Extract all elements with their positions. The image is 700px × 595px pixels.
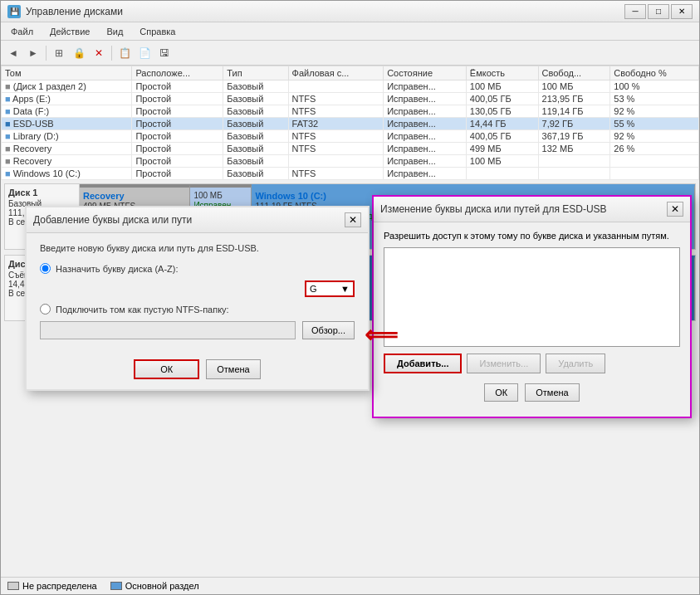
dialog-add-buttons: ОК Отмена [27, 353, 368, 389]
toolbar-btn3[interactable]: ✕ [90, 44, 108, 62]
radio-ntfs-label: Подключить том как пустую NTFS-папку: [56, 305, 229, 315]
cell-tom: ■ (Диск 1 раздел 2) [2, 80, 132, 93]
red-arrow-indicator: ⟸ [365, 321, 398, 349]
table-row[interactable]: ■ Library (D:) Простой Базовый NTFS Испр… [2, 130, 699, 143]
col-fs: Файловая с... [288, 66, 384, 80]
table-row[interactable]: ■ Data (F:) Простой Базовый NTFS Исправе… [2, 105, 699, 118]
col-state: Состояние [384, 66, 467, 80]
cell-tom: ■ ESD-USB [2, 118, 132, 130]
cell-size: 100 МБ [466, 80, 538, 93]
minimize-button[interactable]: ─ [624, 4, 646, 19]
menu-view[interactable]: Вид [100, 25, 130, 38]
title-bar: 💾 Управление дисками ─ □ ✕ [1, 1, 699, 22]
cell-rasp: Простой [132, 80, 223, 93]
dialog-add-desc: Введите новую букву диска или путь для E… [40, 243, 355, 253]
table-row[interactable]: ■ Apps (E:) Простой Базовый NTFS Исправе… [2, 93, 699, 105]
cell-tom: ■ Recovery [2, 143, 132, 155]
dialog-change-drive: Изменение буквы диска или путей для ESD-… [372, 195, 692, 418]
radio-row-letter: Назначить букву диска (A-Z): [40, 263, 355, 274]
cell-tom: ■ Windows 10 (C:) [2, 168, 132, 180]
legend-primary: Основной раздел [110, 581, 199, 591]
legend-unalloc: Не распределена [7, 581, 97, 591]
dialog-add-cancel-button[interactable]: Отмена [206, 359, 260, 379]
table-row[interactable]: ■ Recovery Простой Базовый Исправен... 1… [2, 155, 699, 168]
menu-bar: Файл Действие Вид Справка [1, 22, 699, 41]
dialog-change-body: Разрешить доступ к этому тому по букве д… [374, 222, 690, 417]
dialog-change-title: Изменение буквы диска или путей для ESD-… [380, 203, 607, 215]
legend-label-unalloc: Не распределена [22, 581, 97, 591]
toolbar-back[interactable]: ◄ [4, 44, 22, 62]
cell-tom: ■ Data (F:) [2, 105, 132, 118]
drive-path-list[interactable] [384, 247, 680, 347]
toolbar-btn4[interactable]: 📋 [115, 44, 134, 62]
toolbar-separator-1 [46, 46, 47, 61]
col-type: Тип [223, 66, 288, 80]
dialog-add-close-button[interactable]: ✕ [345, 212, 361, 227]
dialog-change-add-button[interactable]: Добавить... [384, 354, 462, 373]
dialog-add-body: Введите новую букву диска или путь для E… [27, 233, 368, 353]
p1-name: Recovery [83, 191, 186, 201]
dialog-add-ok-button[interactable]: ОК [134, 359, 199, 379]
app-icon: 💾 [7, 5, 21, 18]
drive-letter-value: G [310, 284, 317, 294]
dialog-change-change-button[interactable]: Изменить... [467, 354, 541, 373]
col-tom: Том [2, 66, 132, 80]
dialog-change-delete-button[interactable]: Удалить [546, 354, 605, 373]
browse-button[interactable]: Обзор... [302, 321, 355, 339]
title-bar-buttons: ─ □ ✕ [624, 4, 693, 19]
cell-state: Исправен... [384, 80, 467, 93]
toolbar-btn1[interactable]: ⊞ [50, 44, 68, 62]
menu-file[interactable]: Файл [4, 25, 40, 38]
legend-color-unalloc [7, 582, 19, 590]
dialog-add-title: Добавление буквы диска или пути [33, 214, 192, 226]
col-freepct: Свободно % [610, 66, 699, 80]
dialog-change-title-bar: Изменение буквы диска или путей для ESD-… [374, 197, 690, 222]
radio-row-ntfs: Подключить том как пустую NTFS-папку: [40, 304, 355, 315]
toolbar-separator-2 [111, 46, 112, 61]
radio-assign-letter[interactable] [40, 263, 51, 274]
p2-size: 100 МБ [193, 191, 247, 200]
toolbar-btn6[interactable]: 🖫 [155, 44, 174, 62]
cell-freepct: 100 % [610, 80, 699, 93]
disk1-title: Диск 1 [8, 188, 76, 198]
cell-free: 100 МБ [538, 80, 610, 93]
path-input-field[interactable] [40, 321, 296, 339]
dialog-change-desc: Разрешить доступ к этому тому по букве д… [384, 231, 680, 241]
menu-help[interactable]: Справка [133, 25, 182, 38]
disk-table: Том Расположе... Тип Файловая с... Состо… [1, 66, 699, 180]
drive-letter-select[interactable]: G ▼ [305, 280, 355, 297]
table-row[interactable]: ■ (Диск 1 раздел 2) Простой Базовый Испр… [2, 80, 699, 93]
col-rasp: Расположе... [132, 66, 223, 80]
radio-ntfs-folder[interactable] [40, 304, 51, 315]
close-button[interactable]: ✕ [671, 4, 693, 19]
legend: Не распределена Основной раздел [1, 577, 699, 594]
dialog-change-ok-button[interactable]: ОК [484, 383, 518, 402]
dropdown-arrow-icon: ▼ [340, 284, 350, 294]
table-row[interactable]: ■ ESD-USB Простой Базовый FAT32 Исправен… [2, 118, 699, 130]
cell-tom: ■ Library (D:) [2, 130, 132, 143]
dialog-change-close-button[interactable]: ✕ [667, 202, 683, 217]
table-row[interactable]: ■ Windows 10 (C:) Простой Базовый NTFS И… [2, 168, 699, 180]
radio-assign-label: Назначить букву диска (A-Z): [56, 264, 179, 274]
col-size: Ёмкость [466, 66, 538, 80]
table-row[interactable]: ■ Recovery Простой Базовый NTFS Исправен… [2, 143, 699, 155]
col-free: Свобод... [538, 66, 610, 80]
toolbar-btn2[interactable]: 🔒 [70, 44, 88, 62]
legend-label-primary: Основной раздел [125, 581, 199, 591]
window-title: Управление дисками [26, 6, 123, 17]
maximize-button[interactable]: □ [648, 4, 669, 19]
disk-table-area: Том Расположе... Тип Файловая с... Состо… [1, 66, 699, 180]
cell-tom: ■ Recovery [2, 155, 132, 168]
dialog-change-cancel-button[interactable]: Отмена [525, 383, 579, 402]
toolbar-btn5[interactable]: 📄 [135, 44, 154, 62]
cell-tom: ■ Apps (E:) [2, 93, 132, 105]
menu-action[interactable]: Действие [43, 25, 96, 38]
table-header-row: Том Расположе... Тип Файловая с... Состо… [2, 66, 699, 80]
legend-color-primary [110, 582, 122, 590]
title-bar-left: 💾 Управление дисками [7, 5, 123, 18]
change-buttons-row: Добавить... Изменить... Удалить [384, 354, 680, 373]
dialog-add-drive: Добавление буквы диска или пути ✕ Введит… [25, 206, 370, 391]
toolbar: ◄ ► ⊞ 🔒 ✕ 📋 📄 🖫 [1, 41, 699, 66]
dialog-add-title-bar: Добавление буквы диска или пути ✕ [27, 207, 368, 233]
toolbar-forward[interactable]: ► [24, 44, 42, 62]
